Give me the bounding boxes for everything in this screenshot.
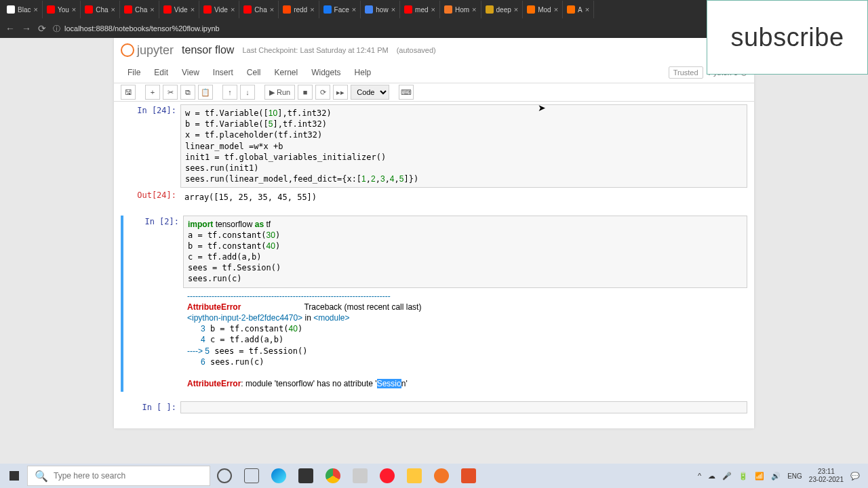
add-cell-button[interactable]: + bbox=[145, 85, 160, 100]
close-icon[interactable]: × bbox=[391, 5, 395, 14]
menu-file[interactable]: File bbox=[121, 65, 147, 80]
code-input[interactable]: w = tf.Variable([10],tf.int32) b = tf.Va… bbox=[180, 104, 747, 188]
code-cell-24[interactable]: In [24]: w = tf.Variable([10],tf.int32) … bbox=[121, 104, 747, 188]
close-icon[interactable]: × bbox=[585, 5, 589, 14]
in-prompt: In [24]: bbox=[121, 104, 180, 188]
cut-button[interactable]: ✂ bbox=[163, 85, 178, 100]
close-icon[interactable]: × bbox=[352, 5, 356, 14]
favicon bbox=[163, 5, 172, 14]
menu-kernel[interactable]: Kernel bbox=[268, 65, 305, 80]
autosaved-text: (autosaved) bbox=[397, 46, 436, 54]
tab-title: Blac bbox=[18, 6, 31, 14]
back-button[interactable]: ← bbox=[5, 23, 15, 34]
browser-tab[interactable]: Vide× bbox=[159, 1, 199, 18]
language-indicator[interactable]: ENG bbox=[787, 472, 802, 480]
favicon bbox=[7, 5, 15, 14]
code-cell-2[interactable]: In [2]: import tensorflow as tf a = tf.c… bbox=[121, 216, 747, 392]
browser-tab[interactable]: Cha× bbox=[120, 1, 159, 18]
onedrive-icon[interactable]: ☁ bbox=[708, 472, 715, 481]
url-box[interactable]: ⓘ localhost:8888/notebooks/tensor%20flow… bbox=[53, 24, 220, 34]
restart-button[interactable]: ⟳ bbox=[315, 85, 330, 100]
tab-title: Cha bbox=[96, 6, 108, 14]
close-icon[interactable]: × bbox=[231, 5, 235, 14]
browser-tab[interactable]: Hom× bbox=[440, 1, 481, 18]
command-palette-button[interactable]: ⌨ bbox=[399, 85, 414, 100]
jupyter-icon[interactable] bbox=[429, 466, 454, 486]
taskbar-search[interactable]: 🔍 bbox=[27, 466, 210, 486]
cell-type-select[interactable]: Code bbox=[351, 85, 389, 100]
code-input[interactable]: import tensorflow as tf a = tf.constant(… bbox=[183, 216, 747, 288]
browser-tab[interactable]: deep× bbox=[481, 1, 524, 18]
close-icon[interactable]: × bbox=[514, 5, 518, 14]
restart-run-all-button[interactable]: ▸▸ bbox=[333, 85, 348, 100]
menu-insert[interactable]: Insert bbox=[206, 65, 240, 80]
browser-tab[interactable]: med× bbox=[400, 1, 440, 18]
browser-tab[interactable]: Vide× bbox=[199, 1, 239, 18]
close-icon[interactable]: × bbox=[431, 5, 435, 14]
browser-tab[interactable]: Blac× bbox=[3, 1, 43, 18]
browser-tab[interactable]: Face× bbox=[319, 1, 361, 18]
start-button[interactable] bbox=[3, 466, 26, 486]
app-icon-3[interactable] bbox=[456, 466, 481, 486]
close-icon[interactable]: × bbox=[310, 5, 314, 14]
notebook-title[interactable]: tensor flow bbox=[182, 44, 234, 56]
menu-edit[interactable]: Edit bbox=[147, 65, 175, 80]
browser-tab[interactable]: Cha× bbox=[81, 1, 120, 18]
stop-button[interactable]: ■ bbox=[298, 85, 313, 100]
search-input[interactable] bbox=[54, 471, 203, 481]
forward-button[interactable]: → bbox=[22, 23, 31, 34]
reload-button[interactable]: ⟳ bbox=[38, 23, 46, 34]
browser-tab[interactable]: how× bbox=[361, 1, 400, 18]
wifi-icon[interactable]: 📶 bbox=[755, 472, 764, 481]
favicon bbox=[283, 5, 291, 14]
clock[interactable]: 23:11 23-02-2021 bbox=[809, 468, 844, 484]
close-icon[interactable]: × bbox=[191, 5, 195, 14]
volume-icon[interactable]: 🔊 bbox=[771, 472, 781, 481]
menu-widgets[interactable]: Widgets bbox=[304, 65, 347, 80]
code-input[interactable] bbox=[180, 401, 747, 413]
notification-icon[interactable]: 💬 bbox=[850, 472, 860, 481]
close-icon[interactable]: × bbox=[111, 5, 115, 14]
menu-help[interactable]: Help bbox=[348, 65, 378, 80]
menu-cell[interactable]: Cell bbox=[240, 65, 268, 80]
close-icon[interactable]: × bbox=[472, 5, 476, 14]
browser-tab[interactable]: Mod× bbox=[523, 1, 563, 18]
close-icon[interactable]: × bbox=[270, 5, 274, 14]
close-icon[interactable]: × bbox=[72, 5, 76, 14]
jupyter-logo[interactable]: jupyter bbox=[121, 43, 174, 58]
favicon bbox=[323, 5, 332, 14]
browser-tab[interactable]: redd× bbox=[279, 1, 319, 18]
code-cell-empty[interactable]: In [ ]: bbox=[121, 401, 747, 413]
in-prompt: In [2]: bbox=[123, 216, 183, 392]
move-up-button[interactable]: ↑ bbox=[222, 85, 237, 100]
close-icon[interactable]: × bbox=[554, 5, 558, 14]
browser-tab[interactable]: You× bbox=[43, 1, 81, 18]
cortana-icon[interactable] bbox=[212, 466, 237, 486]
menu-view[interactable]: View bbox=[175, 65, 206, 80]
close-icon[interactable]: × bbox=[33, 5, 37, 14]
browser-tab[interactable]: A× bbox=[563, 1, 594, 18]
mic-icon[interactable]: 🎤 bbox=[722, 472, 732, 481]
close-icon[interactable]: × bbox=[150, 5, 154, 14]
windows-taskbar: 🔍 ^ ☁ 🎤 🔋 📶 🔊 ENG 23:11 23-02-2021 💬 bbox=[0, 464, 868, 488]
explorer-icon[interactable] bbox=[401, 466, 427, 486]
browser-tab[interactable]: Cha× bbox=[239, 1, 279, 18]
chevron-up-icon[interactable]: ^ bbox=[698, 472, 701, 480]
toolbar: 🖫 + ✂ ⧉ 📋 ↑ ↓ ▶ Run ■ ⟳ ▸▸ Code ⌨ bbox=[114, 83, 754, 102]
move-down-button[interactable]: ↓ bbox=[240, 85, 255, 100]
run-button[interactable]: ▶ Run bbox=[264, 85, 295, 100]
edge-icon[interactable] bbox=[266, 466, 292, 486]
chrome-icon[interactable] bbox=[320, 466, 346, 486]
paste-button[interactable]: 📋 bbox=[198, 85, 213, 100]
tab-title: Cha bbox=[135, 6, 147, 14]
error-output: ----------------------------------------… bbox=[183, 288, 747, 392]
task-view-icon[interactable] bbox=[239, 466, 264, 486]
battery-icon[interactable]: 🔋 bbox=[738, 472, 748, 481]
trusted-badge[interactable]: Trusted bbox=[669, 66, 703, 79]
app-icon-1[interactable] bbox=[293, 466, 319, 486]
windows-logo-icon bbox=[9, 471, 19, 481]
opera-icon[interactable] bbox=[374, 466, 400, 486]
app-icon-2[interactable] bbox=[347, 466, 373, 486]
save-button[interactable]: 🖫 bbox=[121, 85, 136, 100]
copy-button[interactable]: ⧉ bbox=[180, 85, 195, 100]
